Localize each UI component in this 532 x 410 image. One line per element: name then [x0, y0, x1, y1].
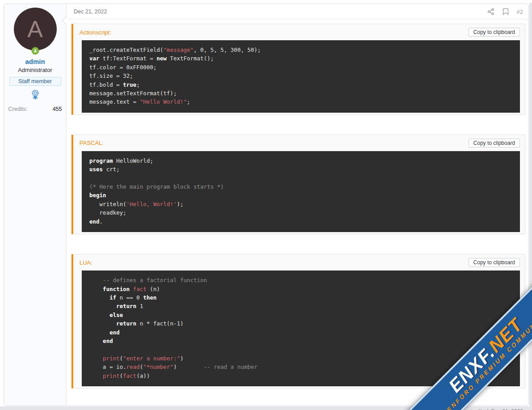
credits-value: 455	[53, 106, 62, 112]
code-pane: program HelloWorld; uses crt; (* Here th…	[82, 151, 520, 232]
bookmark-icon[interactable]	[503, 8, 509, 15]
message-bubble-arrow	[62, 16, 67, 25]
post-body: Actionscript: Copy to clipboard _root.cr…	[67, 19, 528, 410]
post-number-link[interactable]: #2	[517, 8, 523, 15]
code-block-body: program HelloWorld; uses crt; (* Here th…	[73, 151, 525, 234]
code-block-header: PASCAL: Copy to clipboard	[73, 135, 525, 151]
post-user-sidebar: A admin Administrator Staff member Credi…	[4, 4, 67, 406]
avatar[interactable]: A	[14, 8, 57, 51]
avatar-letter: A	[27, 17, 43, 41]
copy-to-clipboard-button[interactable]: Copy to clipboard	[469, 139, 520, 148]
post-date-link[interactable]: Dec 21, 2022	[74, 8, 107, 15]
post-header-meta: #2	[487, 8, 523, 15]
code-block-header: LUA: Copy to clipboard	[73, 254, 525, 271]
code-block-title: PASCAL:	[80, 139, 104, 146]
code-block-body: _root.createTextField("message", 0, 5, 5…	[73, 40, 525, 114]
page-background-right	[529, 3, 532, 410]
user-title: Administrator	[18, 67, 52, 73]
credits-label: Credits:	[8, 106, 28, 112]
copy-to-clipboard-button[interactable]: Copy to clipboard	[469, 258, 520, 267]
code-block-pascal: PASCAL: Copy to clipboard program HelloW…	[71, 135, 525, 234]
code-block-actionscript: Actionscript: Copy to clipboard _root.cr…	[71, 24, 525, 115]
code-block-title: Actionscript:	[80, 29, 111, 36]
online-status-icon	[31, 47, 39, 55]
post-header: Dec 21, 2022 #2	[67, 4, 528, 19]
award-icon	[30, 89, 40, 100]
post-message-column: Dec 21, 2022 #2 Actio	[67, 4, 528, 406]
username-link[interactable]: admin	[25, 58, 45, 65]
code-block-header: Actionscript: Copy to clipboard	[73, 24, 525, 40]
copy-to-clipboard-button[interactable]: Copy to clipboard	[469, 28, 520, 37]
share-icon[interactable]	[487, 8, 494, 15]
forum-post: A admin Administrator Staff member Credi…	[4, 4, 529, 406]
code-block-title: LUA:	[80, 259, 92, 266]
staff-member-banner: Staff member	[9, 77, 61, 86]
code-pane: _root.createTextField("message", 0, 5, 5…	[82, 40, 520, 113]
credits-row: Credits: 455	[8, 106, 62, 112]
